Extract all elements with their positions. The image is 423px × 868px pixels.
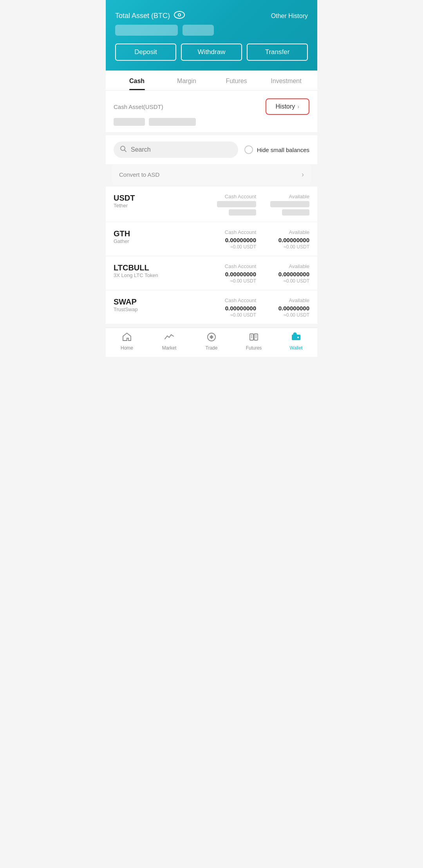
usdt-blur-2 xyxy=(229,209,256,216)
history-button[interactable]: History › xyxy=(266,98,309,115)
avail-sub-swap: ≈0.00 USDT xyxy=(262,312,309,318)
cash-asset-row: Cash Asset(USDT) History › xyxy=(114,98,309,115)
cash-balance-blur-2 xyxy=(149,118,196,126)
asset-symbol-ltcbull: LTCBULL xyxy=(114,263,209,272)
asset-avail-col-usdt: Available xyxy=(262,194,309,216)
trade-icon xyxy=(206,332,217,344)
cash-val-ltcbull: 0.00000000 xyxy=(209,271,256,277)
deposit-button[interactable]: Deposit xyxy=(115,43,176,61)
cash-val-gth: 0.00000000 xyxy=(209,237,256,243)
search-box xyxy=(114,141,238,158)
withdraw-button[interactable]: Withdraw xyxy=(181,43,242,61)
asset-cash-col-swap: Cash Account 0.00000000 ≈0.00 USDT xyxy=(209,297,256,318)
convert-arrow-icon: › xyxy=(302,170,304,179)
tab-investment[interactable]: Investment xyxy=(261,71,311,90)
asset-item-gth: GTH Gather Cash Account 0.00000000 ≈0.00… xyxy=(106,222,317,256)
svg-rect-16 xyxy=(292,336,300,337)
avail-val-gth: 0.00000000 xyxy=(262,237,309,243)
available-header-usdt: Available xyxy=(262,194,309,199)
nav-item-wallet[interactable]: Wallet xyxy=(275,332,317,351)
cash-account-header-usdt: Cash Account xyxy=(209,194,256,199)
usdt-avail-blur-1 xyxy=(270,201,309,207)
convert-row[interactable]: Convert to ASD › xyxy=(112,164,311,185)
nav-item-futures[interactable]: Futures xyxy=(233,332,275,351)
nav-label-market: Market xyxy=(162,345,177,351)
available-header-gth: Available xyxy=(262,229,309,235)
header: Total Asset (BTC) Other History Deposit … xyxy=(106,0,317,71)
cash-account-header-gth: Cash Account xyxy=(209,229,256,235)
cash-asset-section: Cash Asset(USDT) History › xyxy=(106,91,317,132)
header-buttons: Deposit Withdraw Transfer xyxy=(115,43,308,61)
cash-sub-gth: ≈0.00 USDT xyxy=(209,244,256,250)
cash-sub-ltcbull: ≈0.00 USDT xyxy=(209,278,256,284)
asset-left-ltcbull: LTCBULL 3X Long LTC Token xyxy=(114,263,209,278)
cash-val-swap: 0.00000000 xyxy=(209,305,256,312)
asset-item-swap: SWAP TrustSwap Cash Account 0.00000000 ≈… xyxy=(106,290,317,324)
cash-account-header-ltcbull: Cash Account xyxy=(209,263,256,269)
asset-item-ltcbull: LTCBULL 3X Long LTC Token Cash Account 0… xyxy=(106,256,317,290)
tab-cash[interactable]: Cash xyxy=(112,71,162,90)
asset-name-usdt: Tether xyxy=(114,203,209,208)
asset-avail-col-ltcbull: Available 0.00000000 ≈0.00 USDT xyxy=(262,263,309,284)
home-icon xyxy=(122,332,132,344)
cash-asset-label: Cash Asset(USDT) xyxy=(114,103,163,110)
tab-futures[interactable]: Futures xyxy=(212,71,261,90)
history-chevron-icon: › xyxy=(297,103,299,110)
hide-small-label: Hide small balances xyxy=(257,147,309,153)
hide-small-balances: Hide small balances xyxy=(244,145,309,154)
total-asset-text: Total Asset (BTC) xyxy=(115,12,170,20)
asset-name-swap: TrustSwap xyxy=(114,306,209,312)
asset-cols-ltcbull: Cash Account 0.00000000 ≈0.00 USDT Avail… xyxy=(209,263,309,284)
asset-cols-swap: Cash Account 0.00000000 ≈0.00 USDT Avail… xyxy=(209,297,309,318)
avail-val-ltcbull: 0.00000000 xyxy=(262,271,309,277)
other-history-link[interactable]: Other History xyxy=(271,13,308,20)
svg-point-2 xyxy=(179,14,180,16)
asset-name-ltcbull: 3X Long LTC Token xyxy=(114,272,209,278)
asset-list: USDT Tether Cash Account Available xyxy=(106,187,317,324)
search-icon xyxy=(120,145,127,154)
tab-margin[interactable]: Margin xyxy=(162,71,212,90)
transfer-button[interactable]: Transfer xyxy=(247,43,308,61)
asset-cols-gth: Cash Account 0.00000000 ≈0.00 USDT Avail… xyxy=(209,229,309,250)
bottom-nav: Home Market Trade xyxy=(106,328,317,357)
nav-label-wallet: Wallet xyxy=(290,345,303,351)
nav-item-market[interactable]: Market xyxy=(148,332,190,351)
svg-point-17 xyxy=(297,337,299,338)
usdt-cash-blurred xyxy=(209,201,256,216)
svg-rect-7 xyxy=(250,334,253,340)
cash-balance-blur-1 xyxy=(114,118,145,126)
asset-avail-col-swap: Available 0.00000000 ≈0.00 USDT xyxy=(262,297,309,318)
search-input[interactable] xyxy=(131,146,232,153)
convert-label: Convert to ASD xyxy=(119,171,159,178)
asset-symbol-gth: GTH xyxy=(114,229,209,238)
asset-avail-col-gth: Available 0.00000000 ≈0.00 USDT xyxy=(262,229,309,250)
cash-account-header-swap: Cash Account xyxy=(209,297,256,303)
total-asset-label: Total Asset (BTC) xyxy=(115,11,185,21)
svg-rect-8 xyxy=(254,334,258,340)
cash-balance-blur xyxy=(114,118,309,126)
hide-small-toggle[interactable] xyxy=(244,145,253,154)
available-header-ltcbull: Available xyxy=(262,263,309,269)
asset-left-usdt: USDT Tether xyxy=(114,194,209,208)
eye-icon[interactable] xyxy=(174,11,185,21)
tabs: Cash Margin Futures Investment xyxy=(106,71,317,91)
asset-left-swap: SWAP TrustSwap xyxy=(114,297,209,312)
asset-cash-col-gth: Cash Account 0.00000000 ≈0.00 USDT xyxy=(209,229,256,250)
wallet-icon xyxy=(291,332,301,344)
balance-blur-secondary xyxy=(183,25,214,36)
avail-val-swap: 0.00000000 xyxy=(262,305,309,312)
usdt-blur-1 xyxy=(217,201,256,207)
search-section: Hide small balances xyxy=(106,135,317,164)
nav-label-trade: Trade xyxy=(206,345,218,351)
avail-sub-gth: ≈0.00 USDT xyxy=(262,244,309,250)
nav-item-trade[interactable]: Trade xyxy=(190,332,233,351)
nav-label-futures: Futures xyxy=(246,345,262,351)
balance-blur-main xyxy=(115,25,178,36)
asset-cols-usdt: Cash Account Available xyxy=(209,194,309,216)
header-top: Total Asset (BTC) Other History xyxy=(115,11,308,21)
usdt-avail-blur-2 xyxy=(282,209,309,216)
asset-cash-col-usdt: Cash Account xyxy=(209,194,256,216)
nav-item-home[interactable]: Home xyxy=(106,332,148,351)
asset-name-gth: Gather xyxy=(114,238,209,244)
asset-item-usdt: USDT Tether Cash Account Available xyxy=(106,187,317,222)
